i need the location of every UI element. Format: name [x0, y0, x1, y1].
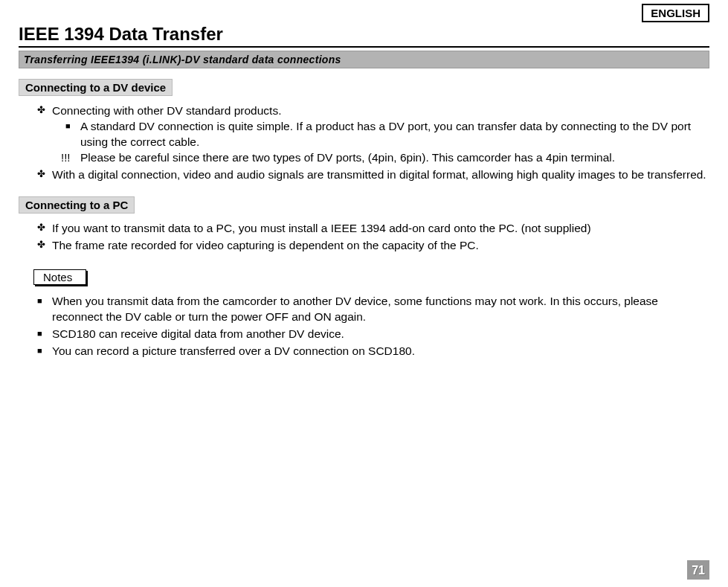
- subtitle-bar: Transferring IEEE1394 (i.LINK)-DV standa…: [19, 51, 709, 68]
- list-item: With a digital connection, video and aud…: [37, 167, 709, 183]
- list-item: Please be careful since there are two ty…: [65, 150, 709, 166]
- dv-sublist: A standard DV connection is quite simple…: [52, 119, 709, 166]
- list-item: The frame rate recorded for video captur…: [37, 238, 709, 254]
- list-item: SCD180 can receive digital data from ano…: [37, 327, 709, 342]
- page-number: 71: [687, 560, 709, 580]
- section-connecting-pc: Connecting to a PC If you want to transm…: [19, 196, 709, 254]
- notes-list: When you transmit data from the camcorde…: [19, 294, 709, 359]
- title-underline: [19, 46, 709, 48]
- dv-list: Connecting with other DV standard produc…: [19, 103, 709, 183]
- list-item: If you want to transmit data to a PC, yo…: [37, 221, 709, 237]
- language-tag: ENGLISH: [642, 4, 709, 22]
- section-heading-dv: Connecting to a DV device: [19, 79, 173, 96]
- notes-label-box: Notes: [33, 269, 86, 285]
- section-connecting-dv: Connecting to a DV device Connecting wit…: [19, 79, 709, 183]
- section-heading-pc: Connecting to a PC: [19, 196, 135, 214]
- list-item: When you transmit data from the camcorde…: [37, 294, 709, 325]
- list-item: A standard DV connection is quite simple…: [65, 119, 709, 150]
- pc-list: If you want to transmit data to a PC, yo…: [19, 221, 709, 254]
- page-title: IEEE 1394 Data Transfer: [19, 24, 709, 45]
- list-item: Connecting with other DV standard produc…: [37, 103, 709, 166]
- list-item: You can record a picture transferred ove…: [37, 344, 709, 359]
- list-item-text: Connecting with other DV standard produc…: [52, 104, 281, 117]
